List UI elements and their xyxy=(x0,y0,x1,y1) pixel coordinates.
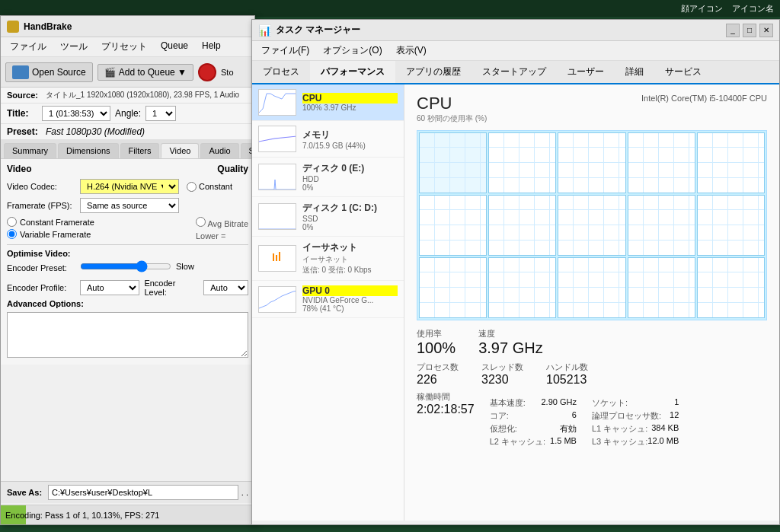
codec-select[interactable]: H.264 (Nvidia NVE ▼ xyxy=(80,179,179,194)
encoder-profile-select[interactable]: Auto xyxy=(80,280,139,295)
speed-label: 速度 xyxy=(478,328,542,339)
source-row: Source: タイトル_1 1920x1080 (1920x1080), 23… xyxy=(1,88,254,104)
stop-encode-button[interactable] xyxy=(198,63,216,81)
menu-file[interactable]: ファイル xyxy=(4,39,53,55)
tab-performance[interactable]: パフォーマンス xyxy=(310,61,395,84)
source-label: Source: xyxy=(7,91,41,100)
l1-value: 384 KB xyxy=(651,423,679,435)
saveas-browse[interactable]: . . xyxy=(241,488,248,497)
graph-cell-2-4 xyxy=(628,195,695,256)
tab-service[interactable]: サービス xyxy=(654,61,712,83)
tab-detail[interactable]: 詳細 xyxy=(615,61,654,83)
constant-quality-radio[interactable] xyxy=(187,182,197,192)
sidebar-item-memory[interactable]: メモリ 7.0/15.9 GB (44%) xyxy=(252,121,404,158)
uptime-label: 稼働時間 xyxy=(417,391,475,403)
menu-option-tm[interactable]: オプション(O) xyxy=(317,43,388,59)
disk0-sub1: HDD xyxy=(302,175,398,183)
saveas-label: Save As: xyxy=(7,488,45,497)
right-subtitle: Intel(R) Core(TM) i5-10400F CPU xyxy=(641,94,767,103)
hb-menubar: ファイル ツール プリセット Queue Help xyxy=(1,37,254,57)
sidebar-item-gpu[interactable]: GPU 0 NVIDIA GeForce G... 78% (41 °C) xyxy=(252,281,404,318)
sidebar-item-disk0[interactable]: ディスク 0 (E:) HDD 0% xyxy=(252,158,404,197)
cpu-graph-area xyxy=(417,130,767,320)
encoder-level-select[interactable]: Auto xyxy=(203,280,248,295)
cpu-thumb xyxy=(258,89,296,116)
svg-rect-6 xyxy=(276,255,277,261)
tab-dimensions[interactable]: Dimensions xyxy=(58,143,118,158)
info-row-l1: L1 キャッシュ: 384 KB xyxy=(592,423,679,435)
graph-time-label: 60 秒間の使用率 (%) xyxy=(417,113,487,124)
tab-users[interactable]: ユーザー xyxy=(557,61,615,83)
film-icon xyxy=(12,65,29,79)
logical-value: 12 xyxy=(670,410,679,422)
tab-app-history[interactable]: アプリの履歴 xyxy=(395,61,472,83)
speed-value: 3.97 GHz xyxy=(478,339,542,357)
fps-select[interactable]: Same as source xyxy=(80,198,179,213)
encoder-preset-slider[interactable] xyxy=(80,260,171,272)
tab-video[interactable]: Video xyxy=(161,143,199,158)
counts-row: プロセス数 226 スレッド数 3230 ハンドル数 105213 xyxy=(417,362,767,387)
gpu-info: GPU 0 NVIDIA GeForce G... 78% (41 °C) xyxy=(302,285,398,313)
tm-tabs: プロセス パフォーマンス アプリの履歴 スタートアップ ユーザー 詳細 サービス xyxy=(252,61,779,84)
disk1-info: ディスク 1 (C: D:) SSD 0% xyxy=(302,202,398,231)
graph-cell-1-5 xyxy=(697,132,765,193)
disk0-name: ディスク 0 (E:) xyxy=(302,162,398,175)
cpu-name: CPU xyxy=(302,93,398,104)
menu-help[interactable]: Help xyxy=(196,39,227,55)
stats-row: 使用率 100% 速度 3.97 GHz xyxy=(417,328,767,357)
tm-icon: 📊 xyxy=(258,24,271,37)
info-row-l2: L2 キャッシュ: 1.5 MB xyxy=(490,436,577,448)
avg-bitrate-radio[interactable] xyxy=(196,217,206,227)
mem-name: メモリ xyxy=(302,129,398,142)
open-source-button[interactable]: Open Source xyxy=(5,62,93,82)
encoder-level-label: Encoder Level: xyxy=(144,279,199,297)
eth-name: イーサネット xyxy=(302,241,398,254)
variable-framerate-label: Variable Framerate xyxy=(20,230,91,239)
saveas-input[interactable] xyxy=(48,485,238,500)
tm-titlebar: 📊 タスク マネージャー _ □ ✕ xyxy=(252,20,779,41)
svg-rect-5 xyxy=(273,253,274,261)
menu-presets[interactable]: プリセット xyxy=(95,39,153,55)
quality-section-title: Quality xyxy=(217,164,248,174)
title-select[interactable]: 1 (01:38:53) xyxy=(42,106,110,121)
tab-summary[interactable]: Summary xyxy=(4,143,56,158)
tab-startup[interactable]: スタートアップ xyxy=(472,61,557,83)
gpu-name: GPU 0 xyxy=(302,285,398,296)
graph-cell-2-1 xyxy=(419,195,487,256)
slow-label: Slow xyxy=(176,262,194,271)
tab-audio[interactable]: Audio xyxy=(200,143,238,158)
add-to-queue-button[interactable]: 🎬 Add to Queue ▼ xyxy=(98,64,193,81)
svg-rect-3 xyxy=(259,204,296,230)
graph-cell-1-1 xyxy=(419,132,487,193)
angle-select[interactable]: 1 xyxy=(145,106,176,121)
maximize-button[interactable]: □ xyxy=(743,24,756,37)
sidebar-item-disk1[interactable]: ディスク 1 (C: D:) SSD 0% xyxy=(252,197,404,237)
tab-filters[interactable]: Filters xyxy=(120,143,160,158)
sidebar-item-cpu[interactable]: CPU 100% 3.97 GHz xyxy=(252,84,404,121)
menu-view-tm[interactable]: 表示(V) xyxy=(390,43,433,59)
menu-file-tm[interactable]: ファイル(F) xyxy=(255,43,315,59)
lower-q-text: Lower = xyxy=(196,231,248,241)
advanced-options-textarea[interactable] xyxy=(7,312,248,358)
advanced-options-row: Advanced Options: xyxy=(7,299,248,308)
svg-rect-1 xyxy=(259,126,296,152)
base-speed-label: 基本速度: xyxy=(490,397,526,409)
menu-tools[interactable]: ツール xyxy=(54,39,94,55)
variable-framerate-radio[interactable] xyxy=(7,229,17,239)
utilization-label: 使用率 xyxy=(417,328,456,339)
tab-process[interactable]: プロセス xyxy=(252,61,310,83)
sidebar-item-ethernet[interactable]: イーサネット イーサネット 送信: 0 受信: 0 Kbps xyxy=(252,237,404,281)
constant-framerate-radio[interactable] xyxy=(7,217,17,227)
hb-toolbar: Open Source 🎬 Add to Queue ▼ Sto xyxy=(1,57,254,88)
minimize-button[interactable]: _ xyxy=(726,24,740,37)
logical-label: 論理プロセッサ数: xyxy=(592,410,661,422)
codec-row: Video Codec: H.264 (Nvidia NVE ▼ Constan… xyxy=(7,179,248,194)
taskmanager-window: 📊 タスク マネージャー _ □ ✕ ファイル(F) オプション(O) 表示(V… xyxy=(251,19,780,525)
info-row-l3: L3 キャッシュ: 12.0 MB xyxy=(592,436,679,448)
close-button[interactable]: ✕ xyxy=(759,24,773,37)
menu-queue[interactable]: Queue xyxy=(155,39,194,55)
tm-menubar: ファイル(F) オプション(O) 表示(V) xyxy=(252,41,779,61)
title-label: Title: xyxy=(7,108,37,119)
top-icon2: アイコン名 xyxy=(732,3,774,14)
virt-value: 有効 xyxy=(560,423,577,435)
